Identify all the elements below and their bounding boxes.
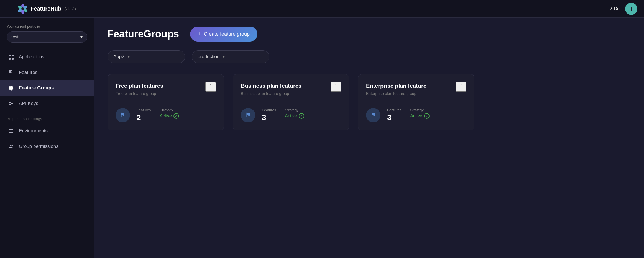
check-circle-icon-free-plan: ✓	[173, 113, 179, 119]
features-count-business-plan: 3	[262, 113, 276, 122]
card-divider-enterprise-plan	[366, 102, 466, 102]
card-menu-button-business-plan[interactable]: ⋮	[331, 82, 341, 92]
external-link-icon: ↗	[609, 6, 613, 12]
card-title-free-plan: Free plan features	[116, 82, 163, 89]
card-stats-enterprise-plan: ⚑ Features 3 Strategy Active ✓	[366, 108, 466, 122]
card-subtitle-business-plan: Business plan feature group	[241, 91, 301, 97]
gear-icon	[8, 85, 14, 91]
card-subtitle-free-plan: Free plan feature group	[116, 91, 163, 97]
card-title-area-enterprise-plan: Enterprise plan feature Enterprise plan …	[366, 82, 426, 97]
svg-point-17	[12, 145, 13, 146]
flag-icon-free-plan: ⚑	[120, 112, 126, 119]
sidebar-item-feature-groups-label: Feature Groups	[19, 85, 54, 91]
grid-icon	[8, 54, 14, 60]
feature-card-free-plan: Free plan features Free plan feature gro…	[108, 74, 224, 130]
sidebar-item-feature-groups[interactable]: Feature Groups	[0, 80, 94, 96]
portfolio-label: Your current portfolio	[7, 24, 87, 29]
key-icon	[8, 100, 14, 107]
env-filter-select[interactable]: production ▾	[192, 50, 269, 63]
sidebar-item-api-keys[interactable]: API Keys	[0, 96, 94, 111]
card-header-business-plan: Business plan features Business plan fea…	[241, 82, 341, 97]
topbar: FeatureHub (v1.1.1) ↗ Do I	[0, 0, 644, 18]
sidebar-item-features[interactable]: Features	[0, 65, 94, 80]
sidebar-item-environments[interactable]: Environments	[0, 123, 94, 139]
features-label-enterprise-plan: Features	[387, 108, 401, 112]
features-stat-business-plan: Features 3	[262, 108, 276, 122]
page-header: FeatureGroups + Create feature group	[108, 27, 631, 42]
create-button-label: Create feature group	[204, 31, 250, 37]
status-active-enterprise-plan: Active ✓	[410, 113, 430, 119]
people-icon	[8, 143, 14, 150]
status-text-business-plan: Active	[285, 113, 297, 118]
sidebar-item-group-permissions[interactable]: Group permissions	[0, 139, 94, 154]
card-stats-free-plan: ⚑ Features 2 Strategy Active ✓	[116, 108, 216, 122]
topbar-right: ↗ Do I	[609, 3, 637, 15]
lines-icon	[8, 128, 14, 134]
portfolio-section: Your current portfolio testi ▾	[0, 24, 94, 49]
svg-rect-10	[12, 58, 14, 60]
svg-point-11	[11, 87, 12, 89]
menu-hamburger-icon[interactable]	[7, 7, 13, 11]
stat-group-business-plan: Features 3 Strategy Active ✓	[262, 108, 304, 122]
features-count-free-plan: 2	[137, 113, 151, 122]
strategy-label-business-plan: Strategy	[285, 108, 304, 112]
nav-section: Applications Features Feature Groups	[0, 49, 94, 251]
svg-rect-15	[9, 132, 13, 133]
env-filter-value: production	[198, 54, 219, 60]
stat-group-enterprise-plan: Features 3 Strategy Active ✓	[387, 108, 430, 122]
flag-stat-icon-free-plan: ⚑	[116, 108, 130, 122]
sidebar-item-group-permissions-label: Group permissions	[19, 144, 58, 149]
svg-rect-13	[9, 129, 13, 130]
sidebar-item-api-keys-label: API Keys	[19, 101, 38, 106]
check-circle-icon-enterprise-plan: ✓	[424, 113, 430, 119]
card-title-area-free-plan: Free plan features Free plan feature gro…	[116, 82, 163, 97]
flag-icon-business-plan: ⚑	[245, 112, 251, 119]
create-feature-group-button[interactable]: + Create feature group	[190, 27, 257, 42]
plus-icon: +	[198, 30, 201, 38]
strategy-stat-enterprise-plan: Strategy Active ✓	[410, 108, 430, 122]
check-circle-icon-business-plan: ✓	[299, 113, 304, 119]
filters: App2 ▾ production ▾	[108, 50, 631, 63]
app-filter-value: App2	[113, 54, 124, 60]
app-filter-chevron-icon: ▾	[128, 55, 130, 59]
sidebar-item-applications-label: Applications	[19, 54, 44, 60]
card-divider-free-plan	[116, 102, 216, 102]
logo-flower-icon	[17, 3, 28, 14]
app-filter-select[interactable]: App2 ▾	[108, 50, 185, 63]
cards-grid: Free plan features Free plan feature gro…	[108, 74, 631, 130]
env-filter-chevron-icon: ▾	[223, 55, 225, 59]
portfolio-value: testi	[11, 35, 19, 40]
svg-point-12	[9, 102, 11, 105]
card-menu-button-free-plan[interactable]: ⋮	[205, 82, 216, 92]
portfolio-select[interactable]: testi ▾	[7, 31, 87, 43]
svg-rect-9	[9, 58, 11, 60]
strategy-stat-free-plan: Strategy Active ✓	[160, 108, 179, 122]
topbar-left: FeatureHub (v1.1.1)	[7, 3, 76, 14]
avatar[interactable]: I	[625, 3, 637, 15]
svg-rect-7	[9, 55, 11, 56]
sidebar-item-environments-label: Environments	[19, 128, 48, 134]
flag-nav-icon	[8, 69, 14, 76]
card-stats-business-plan: ⚑ Features 3 Strategy Active ✓	[241, 108, 341, 122]
logo-version: (v1.1.1)	[65, 7, 76, 11]
docs-link[interactable]: ↗ Do	[609, 6, 620, 12]
svg-rect-14	[9, 131, 13, 131]
card-menu-button-enterprise-plan[interactable]: ⋮	[456, 82, 466, 92]
card-divider-business-plan	[241, 102, 341, 102]
card-title-business-plan: Business plan features	[241, 82, 301, 89]
content-area: FeatureGroups + Create feature group App…	[94, 18, 644, 258]
docs-label: Do	[614, 6, 620, 11]
page-title: FeatureGroups	[108, 28, 179, 40]
svg-rect-8	[12, 55, 14, 56]
card-header-enterprise-plan: Enterprise plan feature Enterprise plan …	[366, 82, 466, 97]
card-header-free-plan: Free plan features Free plan feature gro…	[116, 82, 216, 97]
card-title-enterprise-plan: Enterprise plan feature	[366, 82, 426, 89]
strategy-label-free-plan: Strategy	[160, 108, 179, 112]
features-label-free-plan: Features	[137, 108, 151, 112]
features-count-enterprise-plan: 3	[387, 113, 401, 122]
stat-group-free-plan: Features 2 Strategy Active ✓	[137, 108, 179, 122]
svg-point-16	[10, 145, 11, 146]
portfolio-chevron-icon: ▾	[80, 34, 83, 40]
sidebar-item-applications[interactable]: Applications	[0, 49, 94, 65]
flag-stat-icon-business-plan: ⚑	[241, 108, 255, 122]
